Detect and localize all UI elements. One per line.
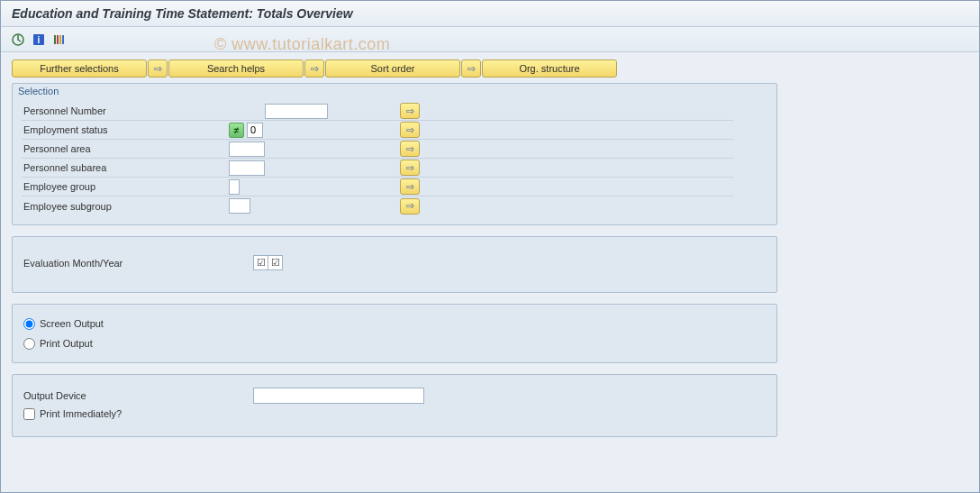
app-toolbar: i (1, 27, 979, 52)
svg-rect-6 (62, 35, 64, 44)
multiple-selection-button[interactable]: ⇨ (400, 178, 420, 195)
svg-rect-5 (59, 35, 61, 44)
arrow-right-icon: ⇨ (406, 200, 414, 212)
year-checkbox[interactable]: ☑ (268, 255, 283, 270)
row-personnel-subarea: Personnel subarea ⇨ (22, 159, 767, 178)
field-label: Evaluation Month/Year (23, 258, 253, 269)
employment-status-input[interactable] (247, 123, 263, 138)
page-title: Education and Training Time Statement: T… (1, 1, 979, 27)
print-immediately-checkbox[interactable] (23, 408, 35, 420)
arrow-right-icon: ⇨ (406, 105, 414, 117)
personnel-area-input[interactable] (229, 142, 265, 157)
checkbox-label: Print Immediately? (40, 408, 122, 419)
row-employee-group: Employee group ⇨ (22, 178, 767, 196)
group-legend: Selection (18, 84, 767, 102)
row-employment-status: Employment status ≠ ⇨ (22, 121, 767, 140)
field-label: Employee subgroup (22, 196, 229, 215)
arrow-right-icon: ⇨ (406, 181, 414, 193)
svg-rect-3 (54, 35, 56, 44)
selection-buttons: Further selections ⇨ Search helps ⇨ Sort… (12, 59, 968, 78)
execute-icon[interactable] (10, 32, 26, 48)
svg-rect-4 (57, 35, 59, 44)
multiple-selection-button[interactable]: ⇨ (400, 141, 420, 157)
field-label: Output Device (23, 390, 253, 401)
variant-icon[interactable] (51, 32, 68, 48)
print-output-option[interactable]: Print Output (22, 333, 767, 353)
svg-text:i: i (38, 35, 41, 45)
screen-output-radio[interactable] (23, 318, 35, 330)
multiple-selection-button[interactable]: ⇨ (400, 198, 420, 215)
field-label: Personnel subarea (22, 159, 229, 178)
further-selections-button[interactable]: Further selections (12, 59, 147, 78)
multiple-selection-button[interactable]: ⇨ (400, 122, 420, 138)
arrow-right-icon: ⇨ (406, 143, 414, 155)
arrow-right-icon: ⇨ (154, 63, 162, 75)
radio-label: Print Output (40, 338, 93, 349)
month-checkbox[interactable]: ☑ (253, 255, 268, 270)
output-mode-group: Screen Output Print Output (12, 304, 777, 363)
arrow-button[interactable]: ⇨ (461, 59, 481, 78)
employee-group-input[interactable] (229, 179, 240, 195)
radio-label: Screen Output (40, 318, 104, 329)
employee-subgroup-input[interactable] (229, 198, 250, 214)
field-label: Employment status (22, 121, 229, 140)
app-window: Education and Training Time Statement: T… (0, 0, 980, 493)
output-device-input[interactable] (253, 388, 424, 404)
field-label: Personnel area (22, 140, 229, 159)
arrow-right-icon: ⇨ (406, 162, 414, 174)
not-equal-indicator[interactable]: ≠ (229, 123, 244, 138)
arrow-right-icon: ⇨ (406, 124, 414, 136)
content-area: Further selections ⇨ Search helps ⇨ Sort… (1, 52, 979, 492)
field-label: Employee group (22, 178, 229, 196)
row-personnel-area: Personnel area ⇨ (22, 140, 767, 159)
search-helps-button[interactable]: Search helps (168, 59, 304, 78)
personnel-number-input[interactable] (265, 104, 328, 119)
arrow-right-icon: ⇨ (467, 63, 476, 75)
screen-output-option[interactable]: Screen Output (22, 314, 767, 333)
multiple-selection-button[interactable]: ⇨ (400, 103, 420, 119)
print-output-radio[interactable] (23, 338, 35, 350)
org-structure-button[interactable]: Org. structure (482, 59, 617, 78)
personnel-subarea-input[interactable] (229, 160, 265, 176)
field-label: Personnel Number (22, 102, 229, 121)
arrow-button[interactable]: ⇨ (148, 59, 168, 78)
arrow-button[interactable]: ⇨ (304, 59, 324, 78)
sort-order-button[interactable]: Sort order (325, 59, 460, 78)
evaluation-group: Evaluation Month/Year ☑ ☑ (12, 236, 777, 293)
info-icon[interactable]: i (31, 32, 47, 48)
selection-group: Selection Personnel Number ⇨ Employment … (12, 83, 777, 225)
output-device-group: Output Device Print Immediately? (12, 374, 777, 437)
arrow-right-icon: ⇨ (311, 63, 319, 75)
row-personnel-number: Personnel Number ⇨ (22, 102, 767, 121)
multiple-selection-button[interactable]: ⇨ (400, 160, 420, 176)
row-employee-subgroup: Employee subgroup ⇨ (22, 196, 767, 215)
